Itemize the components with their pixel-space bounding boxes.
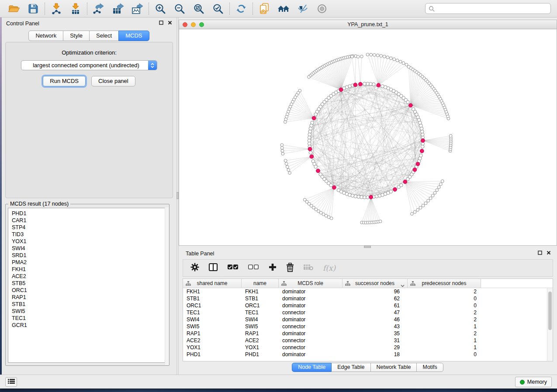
mcds-result-group: MCDS result (17 nodes) PHD1CAR1STP4TID3Y… — [5, 201, 170, 366]
table-row-tec1[interactable]: TEC1TEC1connector472 — [183, 309, 553, 316]
open-file-button[interactable] — [7, 2, 21, 16]
mcds-result-item[interactable]: STB5 — [12, 280, 166, 287]
float-panel-icon[interactable] — [538, 251, 542, 255]
mcds-result-item[interactable]: TID3 — [12, 231, 166, 238]
column-header-mcds-role[interactable]: MCDS role — [279, 279, 343, 288]
column-header-name[interactable]: name — [242, 279, 279, 288]
import-network-button[interactable] — [49, 2, 64, 16]
cell: 1 — [408, 323, 481, 330]
close-panel-button[interactable]: Close panel — [91, 76, 135, 86]
hide-details-button[interactable] — [295, 2, 310, 16]
cell: 96 — [343, 288, 408, 295]
delete-column-button[interactable] — [286, 263, 294, 274]
column-header-predecessor-nodes[interactable]: predecessor nodes — [408, 279, 481, 288]
import-table-button[interactable] — [68, 2, 83, 16]
tab-mcds[interactable]: MCDS — [118, 31, 149, 41]
table-row-ace2[interactable]: ACE2ACE2connector311 — [183, 337, 553, 344]
mcds-result-item[interactable]: ORC1 — [12, 287, 166, 294]
mcds-result-item[interactable]: FKH1 — [12, 266, 166, 273]
deselect-all-button[interactable] — [248, 264, 259, 272]
maximize-window-icon[interactable] — [199, 22, 204, 27]
cell: dominator — [279, 302, 343, 309]
mcds-result-item[interactable]: YOX1 — [12, 238, 166, 245]
cell: FKH1 — [242, 288, 279, 295]
save-floppy-icon — [28, 3, 39, 14]
network-graph[interactable] — [179, 29, 557, 245]
tab-node-table[interactable]: Node Table — [292, 363, 332, 372]
share-document-icon — [259, 3, 270, 15]
mcds-result-list[interactable]: PHD1CAR1STP4TID3YOX1SWI4SRD1PMA2FKH1ACE2… — [8, 208, 167, 363]
zoom-fit-button[interactable] — [191, 2, 206, 16]
zoom-in-button[interactable] — [153, 2, 168, 16]
mcds-result-item[interactable]: SRD1 — [12, 252, 166, 259]
mcds-result-item[interactable]: GCR1 — [12, 322, 166, 329]
mcds-result-item[interactable]: CAR1 — [12, 217, 166, 224]
tab-select[interactable]: Select — [89, 31, 119, 41]
table-row-swi4[interactable]: SWI4SWI4dominator462 — [183, 316, 553, 323]
tab-network-table[interactable]: Network Table — [370, 363, 417, 372]
cell: PHD1 — [242, 351, 279, 358]
mcds-result-item[interactable]: PHD1 — [12, 210, 166, 217]
mcds-result-item[interactable]: SWI4 — [12, 245, 166, 252]
network-window-titlebar: YPA_prune.txt_1 — [179, 20, 557, 29]
nested-networks-button[interactable] — [276, 2, 291, 16]
mcds-result-item[interactable]: TEC1 — [12, 315, 166, 322]
network-canvas[interactable] — [179, 29, 557, 245]
column-header-successor-nodes[interactable]: successor nodes — [343, 279, 408, 288]
column-label: successor nodes — [355, 280, 394, 286]
cell: YOX1 — [183, 344, 242, 351]
cell: RAP1 — [183, 330, 242, 337]
mcds-result-item[interactable]: ACE2 — [12, 273, 166, 280]
zoom-out-button[interactable] — [172, 2, 187, 16]
table-row-yox1[interactable]: YOX1YOX1connector291 — [183, 344, 553, 351]
export-table-button[interactable] — [111, 2, 125, 16]
mcds-list-scrollbar[interactable] — [165, 207, 169, 365]
mcds-result-item[interactable]: STB1 — [12, 301, 166, 308]
unchecked-boxes-icon — [248, 264, 259, 272]
table-row-orc1[interactable]: ORC1ORC1dominator610 — [183, 302, 553, 309]
search-input[interactable] — [425, 3, 551, 14]
cell: 1 — [408, 337, 481, 344]
export-image-button[interactable] — [130, 2, 145, 16]
tab-network[interactable]: Network — [28, 31, 63, 41]
cell: FKH1 — [183, 288, 242, 295]
show-eye-button[interactable] — [315, 2, 329, 16]
table-row-swi5[interactable]: SWI5SWI5connector431 — [183, 323, 553, 330]
run-mcds-button[interactable]: Run MCDS — [43, 76, 86, 86]
minimize-window-icon[interactable] — [191, 22, 196, 27]
export-network-button[interactable] — [91, 2, 106, 16]
mcds-result-item[interactable]: RAP1 — [12, 294, 166, 301]
memory-button[interactable]: Memory — [515, 377, 552, 387]
close-window-icon[interactable] — [183, 22, 187, 27]
table-row-rap1[interactable]: RAP1RAP1dominator352 — [183, 330, 553, 337]
select-all-button[interactable] — [227, 264, 239, 272]
table-row-stb1[interactable]: STB1STB1dominator620 — [183, 295, 553, 302]
table-row-fkh1[interactable]: FKH1FKH1dominator962 — [183, 288, 553, 295]
hierarchy-icon — [410, 281, 415, 287]
mcds-result-item[interactable]: SWI5 — [12, 308, 166, 315]
share-document-button[interactable] — [257, 2, 272, 16]
close-panel-icon[interactable] — [547, 251, 551, 255]
table-scrollbar[interactable] — [547, 288, 553, 361]
search-icon — [429, 6, 435, 12]
tab-motifs[interactable]: Motifs — [416, 363, 443, 372]
scrollbar-thumb[interactable] — [548, 292, 552, 330]
table-row-phd1[interactable]: PHD1PHD1dominator180 — [183, 351, 553, 358]
table-settings-button[interactable] — [190, 263, 199, 273]
close-panel-icon[interactable] — [168, 21, 172, 25]
float-panel-icon[interactable] — [159, 21, 163, 25]
show-columns-button[interactable] — [208, 263, 218, 273]
mcds-result-item[interactable]: PMA2 — [12, 259, 166, 266]
tab-edge-table[interactable]: Edge Table — [331, 363, 370, 372]
tab-style[interactable]: Style — [63, 31, 90, 41]
dropdown-stepper-icon — [148, 61, 157, 70]
column-header-shared-name[interactable]: shared name — [183, 279, 242, 288]
status-menu-button[interactable] — [5, 377, 17, 387]
refresh-button[interactable] — [234, 2, 249, 16]
save-session-button[interactable] — [26, 2, 41, 16]
add-column-button[interactable] — [268, 263, 277, 273]
zoom-selected-button[interactable] — [211, 2, 225, 16]
optimization-criterion-select[interactable]: largest connected component (undirected) — [21, 60, 157, 70]
mcds-result-item[interactable]: STP4 — [12, 224, 166, 231]
zoom-in-icon — [155, 3, 166, 14]
